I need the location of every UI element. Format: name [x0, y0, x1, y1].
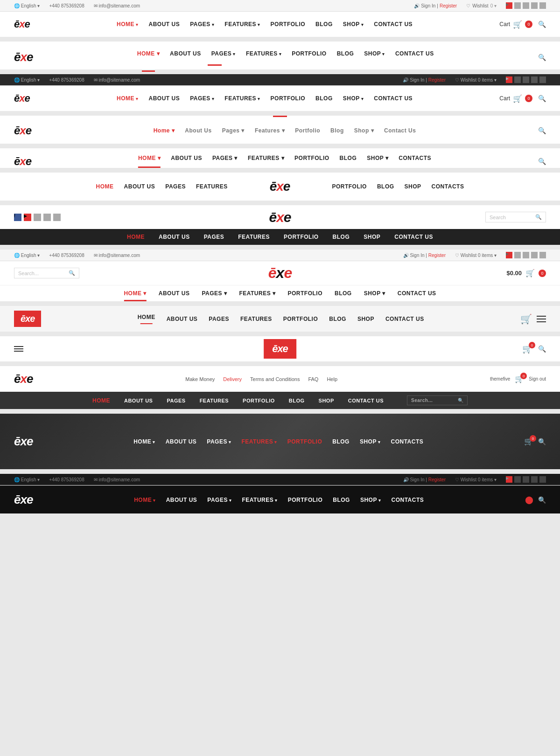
nav-pages-5[interactable]: PAGES ▾ — [212, 155, 238, 168]
signin-13[interactable]: 🔊 Sign In | Register — [403, 477, 446, 482]
nav-pages-4[interactable]: Pages ▾ — [222, 127, 245, 134]
nav-pages-2[interactable]: PAGES — [211, 50, 236, 64]
nav-shop-9[interactable]: SHOP — [357, 316, 374, 322]
pinterest-icon[interactable] — [531, 2, 538, 9]
logo-1[interactable]: ēxe — [14, 18, 30, 30]
nav-contact-8[interactable]: CONTACT US — [398, 290, 436, 301]
nav-shop-4[interactable]: Shop ▾ — [354, 127, 374, 134]
nav-blog-5[interactable]: BLOG — [340, 155, 357, 168]
logo-3[interactable]: ēxe — [14, 92, 30, 104]
ig-8[interactable] — [539, 252, 546, 258]
search-icon-10[interactable]: 🔍 — [538, 345, 546, 353]
nav-shop-12[interactable]: SHOP — [360, 438, 381, 445]
nav-blog-6[interactable]: BLOG — [377, 183, 394, 190]
nav-pages-11[interactable]: PAGES — [167, 398, 185, 403]
search-icon-5[interactable]: 🔍 — [538, 158, 546, 165]
nav-features-9[interactable]: FEATURES — [240, 316, 272, 322]
logo-6[interactable]: ēxe — [270, 179, 290, 194]
nav-portfolio-5[interactable]: PORTFOLIO — [294, 155, 329, 168]
logo-12[interactable]: ēxe — [14, 434, 33, 449]
nav-contacts-6[interactable]: CONTACTS — [432, 183, 464, 190]
nav-contact[interactable]: CONTACT US — [374, 21, 413, 28]
tw-7[interactable] — [34, 214, 41, 221]
wishlist-area[interactable]: ♡ Wishlist 0 ▾ — [466, 3, 497, 8]
nav-home-4[interactable]: Home ▾ — [154, 127, 175, 134]
search-icon-4[interactable]: 🔍 — [538, 127, 546, 134]
pi-7[interactable] — [43, 214, 51, 221]
nav-home-6[interactable]: HOME — [96, 183, 114, 190]
nav-home-13[interactable]: HOME — [134, 497, 156, 503]
nav-about-4[interactable]: About Us — [185, 127, 211, 134]
nav-about-3[interactable]: ABOUT US — [149, 95, 180, 102]
nav-blog-7[interactable]: BLOG — [333, 234, 350, 240]
ig-13[interactable] — [539, 476, 546, 483]
yt-13[interactable]: ▶ — [506, 476, 512, 483]
nav-contact-9[interactable]: CONTACT US — [385, 316, 424, 322]
search-box-icon-11[interactable]: 🔍 — [458, 398, 464, 403]
facebook-icon[interactable] — [514, 2, 521, 9]
wishlist-3[interactable]: ♡ Wishlist 0 items ▾ — [455, 77, 497, 83]
nav-shop-2[interactable]: SHOP — [364, 50, 385, 64]
tw-3[interactable] — [523, 76, 529, 83]
cart-icon-10[interactable]: 🛒 0 — [522, 344, 532, 354]
youtube-icon[interactable]: ▶ — [506, 2, 512, 9]
tw-8[interactable] — [523, 252, 529, 258]
search-icon-2[interactable]: 🔍 — [538, 54, 546, 61]
nav-about-6[interactable]: ABOUT US — [124, 183, 155, 190]
nav-features-12[interactable]: FEATURES — [241, 438, 277, 445]
nav-blog-13[interactable]: BLOG — [333, 497, 350, 503]
nav-features-2[interactable]: FEATURES — [246, 50, 281, 64]
nav-features-3[interactable]: FEATURES — [224, 95, 260, 102]
nav-about-13[interactable]: ABOUT US — [166, 497, 197, 503]
nav-shop-7[interactable]: SHOP — [364, 234, 380, 240]
nav-shop-8[interactable]: SHOP ▾ — [364, 290, 385, 301]
nav-portfolio-12[interactable]: PORTFOLIO — [287, 438, 322, 445]
nav-features-6[interactable]: FEATURES — [196, 183, 228, 190]
logo-5[interactable]: ēxe — [14, 155, 31, 168]
instagram-icon[interactable] — [539, 2, 546, 9]
search-icon-1[interactable]: 🔍 — [538, 21, 546, 28]
search-icon-12[interactable]: 🔍 — [538, 438, 546, 445]
nav-portfolio-13[interactable]: PORTFOLIO — [288, 497, 323, 503]
nav-shop-3[interactable]: SHOP — [343, 95, 364, 102]
fb-7[interactable]: f — [14, 214, 21, 221]
signin-3[interactable]: 🔊 Sign In | Register — [403, 77, 446, 83]
nav-contact-2[interactable]: CONTACT US — [395, 50, 434, 64]
nav-blog-8[interactable]: BLOG — [335, 290, 352, 301]
nav-portfolio-8[interactable]: PORTFOLIO — [288, 290, 323, 301]
nav-blog[interactable]: BLOG — [315, 21, 333, 28]
nav-blog-4[interactable]: Blog — [330, 127, 344, 134]
nav-features-5[interactable]: FEATURES ▾ — [248, 155, 284, 168]
wishlist-13[interactable]: ♡ Wishlist 0 items ▾ — [455, 477, 497, 482]
cart-icon-11[interactable]: 🛒 0 — [515, 375, 524, 383]
nav-about-8[interactable]: ABOUT US — [159, 290, 190, 301]
nav-home-7[interactable]: HOME — [127, 234, 145, 240]
nav-pages-7[interactable]: PAGES — [204, 234, 224, 240]
link-terms[interactable]: Terms and Conditions — [250, 376, 300, 382]
nav-portfolio-9[interactable]: PORTFOLIO — [283, 316, 318, 322]
logo-9[interactable]: ēxe — [14, 311, 41, 327]
nav-home-12[interactable]: HOME — [133, 438, 155, 445]
nav-features-11[interactable]: FEATURES — [200, 398, 229, 403]
yt-7[interactable]: ▶ — [24, 214, 31, 221]
lang-13[interactable]: 🌐 English ▾ — [14, 477, 40, 482]
nav-features-13[interactable]: FEATURES — [242, 497, 277, 503]
nav-home[interactable]: HOME — [117, 21, 139, 28]
nav-shop-5[interactable]: SHOP ▾ — [367, 155, 388, 168]
nav-portfolio-4[interactable]: Portfolio — [295, 127, 320, 134]
nav-contacts-5[interactable]: CONTACTS — [399, 155, 431, 168]
nav-portfolio-6[interactable]: PORTFOLIO — [332, 183, 367, 190]
logo-2[interactable]: ēxe — [14, 50, 33, 64]
search-icon-3[interactable]: 🔍 — [538, 95, 546, 102]
nav-portfolio-2[interactable]: PORTFOLIO — [292, 50, 327, 64]
lang-3[interactable]: 🌐 English ▾ — [14, 77, 40, 83]
nav-blog-2[interactable]: BLOG — [337, 50, 354, 64]
pi-8[interactable] — [531, 252, 538, 258]
cart-icon-8[interactable]: 🛒 — [525, 269, 535, 277]
nav-pages[interactable]: PAGES — [190, 21, 214, 28]
nav-home-3[interactable]: HOME — [117, 95, 139, 102]
nav-pages-9[interactable]: PAGES — [209, 316, 229, 322]
nav-contact-4[interactable]: Contact Us — [384, 127, 416, 134]
language-selector[interactable]: 🌐 English ▾ — [14, 3, 40, 8]
nav-blog-9[interactable]: BLOG — [329, 316, 346, 322]
